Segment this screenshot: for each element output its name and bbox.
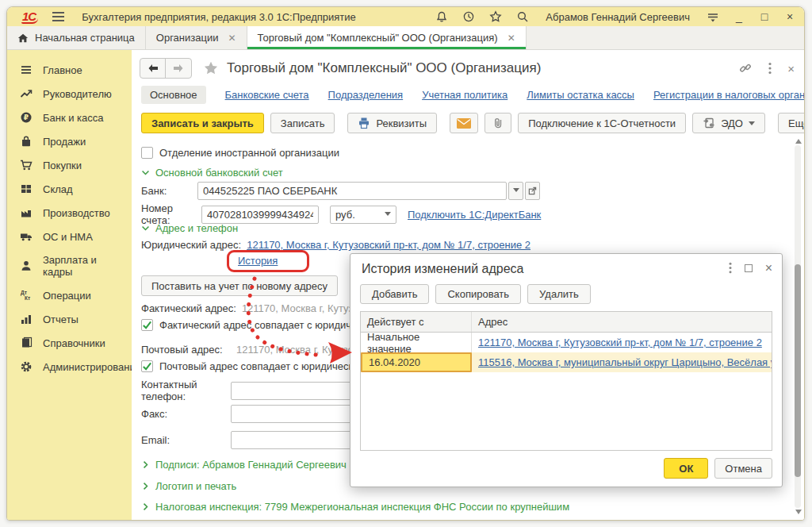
sidebar-item-bank-cash[interactable]: ₽ Банк и касса (7, 106, 132, 129)
ok-button[interactable]: ОК (664, 458, 708, 479)
connect-1c-reporting-button[interactable]: Подключение к 1С-Отчетности (518, 113, 686, 133)
address-history-link[interactable]: История (238, 255, 278, 267)
currency-select[interactable]: руб. (330, 206, 396, 224)
effective-date-cell-selected[interactable]: 16.04.2020 (361, 352, 472, 372)
tab-bar: Начальная страница Организации ✕ Торговы… (7, 26, 804, 50)
tab-home[interactable]: Начальная страница (7, 26, 146, 49)
actual-address-label: Фактический адрес: (141, 302, 236, 314)
back-button[interactable] (140, 59, 166, 78)
add-button[interactable]: Добавить (360, 284, 429, 304)
app-window: 1С Бухгалтерия предприятия, редакция 3.0… (6, 6, 805, 521)
sidebar-item-salary-hr[interactable]: Зарплата и кадры (7, 248, 132, 283)
bank-dropdown-button[interactable] (508, 182, 523, 200)
address-link[interactable]: 121170, Москва г, Кутузовский пр-кт, дом… (478, 337, 762, 348)
sidebar-item-label: Главное (43, 64, 82, 76)
postal-matches-checkbox[interactable] (141, 360, 153, 372)
vertical-scrollbar[interactable] (793, 136, 802, 517)
maximize-button[interactable]: □ (758, 10, 771, 23)
trend-chart-icon (20, 87, 33, 100)
attachments-button[interactable] (485, 113, 511, 133)
address-section-header[interactable]: Адрес и телефон (141, 222, 238, 234)
kebab-menu-icon[interactable] (768, 62, 772, 75)
sidebar-item-purchases[interactable]: Покупки (7, 153, 132, 177)
nav-item-tax-registrations[interactable]: Регистрации в налоговых органах (653, 89, 805, 101)
sidebar-item-production[interactable]: Производство (7, 201, 132, 225)
nav-item-cash-limits[interactable]: Лимиты остатка кассы (527, 89, 634, 101)
register-new-address-button[interactable]: Поставить на учет по новому адресу (141, 275, 338, 296)
delete-button[interactable]: Удалить (527, 284, 591, 304)
main-menu-icon[interactable] (52, 12, 64, 21)
nav-item-bank-accounts[interactable]: Банковские счета (225, 89, 309, 101)
address-history-dialog: История изменений адреса × Добавить Скоп… (350, 253, 783, 487)
save-close-button[interactable]: Записать и закрыть (141, 113, 264, 133)
minimize-button[interactable]: _ (733, 10, 745, 23)
directbank-link[interactable]: Подключить 1С:ДиректБанк (408, 209, 541, 221)
bank-input[interactable] (197, 182, 507, 200)
address-cell[interactable]: 121170, Москва г, Кутузовский пр-кт, дом… (472, 333, 772, 352)
save-button[interactable]: Записать (270, 113, 335, 133)
send-email-button[interactable] (450, 113, 478, 133)
history-icon[interactable] (462, 10, 476, 24)
dialog-kebab-icon[interactable] (729, 262, 732, 274)
bank-section-header[interactable]: Основной банковский счет (141, 167, 283, 179)
sidebar-item-main[interactable]: Главное (7, 58, 132, 82)
tab-organizations[interactable]: Организации ✕ (146, 26, 247, 49)
book-icon (20, 337, 33, 349)
sidebar-item-manager[interactable]: Руководителю (7, 82, 132, 106)
foreign-branch-checkbox[interactable] (141, 147, 153, 159)
address-link[interactable]: 115516, Москва г, муниципальный округ Ца… (478, 356, 772, 368)
factory-icon (20, 206, 33, 219)
nav-item-main[interactable]: Основное (141, 86, 206, 104)
forward-button[interactable] (166, 59, 191, 78)
column-header-address[interactable]: Адрес (472, 312, 772, 332)
scroll-up-arrow[interactable] (795, 136, 802, 144)
sidebar-item-fixed-assets[interactable]: ОС и НМА (7, 225, 132, 248)
favorite-star-icon[interactable] (203, 60, 219, 76)
table-row[interactable]: Начальное значение 121170, Москва г, Кут… (361, 333, 772, 352)
nav-item-accounting-policy[interactable]: Учетная политика (422, 89, 508, 101)
sidebar-item-operations[interactable]: ДтКт Операции (7, 283, 132, 307)
address-cell[interactable]: 115516, Москва г, муниципальный округ Ца… (472, 352, 772, 372)
tab-organization-card[interactable]: Торговый дом "Комплексный" ООО (Организа… (247, 26, 527, 49)
get-link-icon[interactable] (738, 61, 753, 75)
close-form-icon[interactable]: × (787, 62, 795, 75)
more-button[interactable]: Еще (778, 113, 805, 133)
edo-button[interactable]: ЭДО (692, 113, 765, 133)
column-header-date[interactable]: Действует с (361, 312, 472, 332)
sidebar-item-directories[interactable]: Справочники (7, 331, 132, 355)
search-icon[interactable] (515, 10, 530, 24)
form-toolbar: Записать и закрыть Записать Реквизиты По… (141, 112, 795, 134)
dialog-close-icon[interactable]: × (765, 263, 772, 274)
effective-date-cell[interactable]: Начальное значение (361, 333, 472, 352)
close-window-button[interactable]: × (783, 10, 796, 23)
nav-item-departments[interactable]: Подразделения (328, 89, 404, 101)
sidebar-item-sales[interactable]: Продажи (7, 129, 132, 153)
sidebar-item-reports[interactable]: Отчеты (7, 307, 132, 331)
favorites-star-icon[interactable] (488, 10, 503, 24)
scroll-down-arrow[interactable] (795, 510, 802, 517)
dialog-maximize-icon[interactable] (745, 264, 753, 272)
edo-icon (703, 117, 715, 129)
tax-office-section-header[interactable]: Налоговая инспекция: 7799 Межрегиональна… (141, 501, 569, 513)
chevron-right-icon (141, 482, 150, 490)
copy-button[interactable]: Скопировать (435, 284, 521, 304)
register-row: Поставить на учет по новому адресу (141, 275, 338, 296)
logo-stamp-section-header[interactable]: Логотип и печать (141, 480, 236, 492)
sidebar-item-administration[interactable]: Администрирование (7, 355, 132, 379)
notifications-bell-icon[interactable] (435, 10, 449, 24)
table-row-selected[interactable]: 16.04.2020 115516, Москва г, муниципальн… (361, 352, 772, 372)
sidebar-item-warehouse[interactable]: Склад (7, 177, 132, 201)
bank-open-button[interactable] (525, 182, 540, 200)
current-user[interactable]: Абрамов Геннадий Сергеевич (546, 11, 690, 23)
account-input[interactable] (201, 206, 319, 224)
requisites-button[interactable]: Реквизиты (347, 113, 437, 133)
close-tab-icon[interactable]: ✕ (228, 33, 236, 44)
service-menu-icon[interactable] (706, 10, 720, 24)
cancel-button[interactable]: Отмена (714, 458, 772, 479)
legal-address-label: Юридический адрес: (141, 239, 241, 251)
scroll-thumb[interactable] (795, 264, 801, 477)
close-tab-icon[interactable]: ✕ (508, 33, 515, 44)
legal-address-row: Юридический адрес: 121170, Москва г, Кут… (141, 239, 530, 251)
legal-address-link[interactable]: 121170, Москва г, Кутузовский пр-кт, дом… (247, 239, 530, 251)
actual-matches-checkbox[interactable] (141, 319, 153, 331)
